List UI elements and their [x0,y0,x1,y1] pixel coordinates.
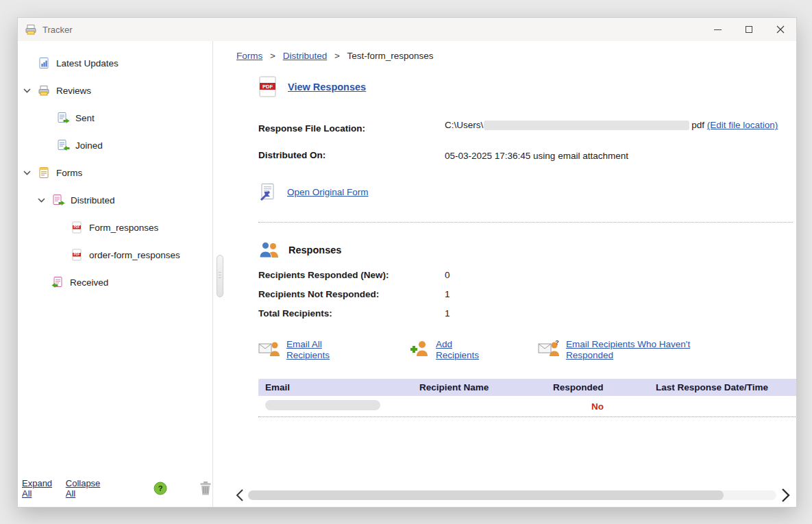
distributed-on-label: Distributed On: [258,146,445,162]
trash-icon[interactable] [199,481,212,496]
email-all-recipients-link[interactable]: Email All Recipients [286,339,334,361]
view-responses-row: PDF View Responses [258,76,796,97]
column-header-responded: Responded [546,382,649,392]
tree-items: Latest Updates Reviews [18,49,212,296]
open-original-form-link[interactable]: Open Original Form [287,187,369,197]
sidebar-item-latest-updates[interactable]: Latest Updates [18,49,212,77]
column-header-email: Email [258,382,413,392]
svg-text:?: ? [555,339,559,346]
sidebar-item-label: Form_responses [89,223,158,233]
collapse-all-link[interactable]: Collapse All [66,478,103,499]
window-title: Tracker [42,25,73,35]
expand-all-link[interactable]: Expand All [22,478,56,499]
sidebar-item-form-responses[interactable]: PDF Form_responses [18,214,212,241]
sidebar-item-reviews[interactable]: Reviews [18,77,212,104]
column-header-recipient-name: Recipient Name [413,382,546,392]
response-stats: Recipients Responded (New): 0 Recipients… [258,270,796,319]
email-not-responded-action: ? Email Recipients Who Haven't Responded [538,339,715,361]
open-original-form-icon [258,182,278,201]
minimize-button[interactable] [702,18,733,41]
svg-text:PDF: PDF [73,225,79,229]
sidebar-item-label: Distributed [71,195,115,205]
chevron-down-icon[interactable] [37,198,46,203]
breadcrumb-distributed-link[interactable]: Distributed [283,51,328,61]
add-recipients-action: Add Recipients [409,339,538,361]
add-recipients-icon [409,339,430,357]
pdf-icon: PDF [70,221,84,234]
cell-email [258,400,413,412]
sidebar-tree: Latest Updates Reviews [18,41,213,507]
chevron-down-icon[interactable] [23,88,32,93]
breadcrumb: Forms > Distributed > Test-form_response… [236,51,796,61]
horizontal-scrollbar-track[interactable] [248,490,776,500]
email-all-recipients-action: Email All Recipients [258,339,409,361]
svg-text:?: ? [158,484,163,492]
file-path-prefix: C:\Users\ [445,120,483,130]
horizontal-scrollbar [235,488,791,503]
sidebar-item-sent[interactable]: Sent [18,104,212,132]
recipient-actions: Email All Recipients Add Recipients [258,339,796,361]
svg-text:PDF: PDF [73,253,79,256]
sidebar-item-order-form-responses[interactable]: PDF order-form_responses [18,241,212,269]
scroll-right-icon[interactable] [780,488,791,503]
close-button[interactable] [765,18,796,41]
vertical-scrollbar-thumb[interactable] [217,255,223,297]
cell-responded: No [546,401,649,412]
maximize-button[interactable] [733,18,765,41]
redacted-email [265,400,380,410]
forms-icon [37,166,51,179]
sidebar-item-label: Latest Updates [56,58,119,68]
breadcrumb-separator: > [334,51,340,61]
recipients-table-header: Email Recipient Name Responded Last Resp… [258,379,796,396]
sidebar-item-label: Joined [75,140,103,151]
window-content: Latest Updates Reviews [18,41,796,507]
received-icon [51,276,64,288]
sidebar-item-distributed[interactable]: Distributed [18,186,212,214]
sidebar-scrollbar [213,41,227,507]
email-all-recipients-icon [258,339,280,357]
stat-value: 0 [445,270,796,280]
sent-icon [56,112,70,124]
add-recipients-link[interactable]: Add Recipients [436,339,489,361]
horizontal-scrollbar-thumb[interactable] [248,490,724,500]
recipients-table: Email Recipient Name Responded Last Resp… [258,379,796,417]
response-file-location-value: C:\Users\pdf (Edit file location) [445,119,796,134]
table-row[interactable]: No [258,396,796,417]
breadcrumb-forms-link[interactable]: Forms [236,51,262,61]
tracker-app-icon [25,23,37,36]
redacted-file-path [484,121,689,130]
sidebar-footer: Expand All Collapse All ? [18,478,212,507]
response-file-location-label: Response File Location: [258,119,445,134]
distributed-icon [51,194,65,206]
email-not-responded-link[interactable]: Email Recipients Who Haven't Responded [566,339,715,361]
sidebar-item-label: Reviews [56,86,91,96]
column-header-last-response: Last Response Date/Time [649,382,796,392]
svg-text:PDF: PDF [262,84,273,90]
sidebar-item-label: Received [70,277,108,288]
responses-heading: Responses [288,245,341,255]
stat-value: 1 [445,308,796,319]
distributed-on-value: 05-03-2025 17:36:45 using email attachme… [445,146,796,162]
view-responses-link[interactable]: View Responses [288,82,366,92]
stat-label: Recipients Responded (New): [258,270,445,280]
edit-file-location-link[interactable]: (Edit file location) [707,120,778,130]
section-divider [258,222,793,223]
reviews-icon [37,84,51,97]
sidebar-item-label: Forms [56,168,82,178]
sidebar-item-label: order-form_responses [89,250,180,260]
responses-people-icon [258,240,280,259]
sidebar-item-forms[interactable]: Forms [18,159,212,186]
stat-label: Recipients Not Responded: [258,289,445,299]
responses-heading-row: Responses [258,240,796,259]
sidebar-item-received[interactable]: Received [18,269,212,296]
pdf-icon: PDF [258,76,277,97]
sidebar-item-label: Sent [75,113,95,123]
help-icon[interactable]: ? [153,482,167,495]
main-panel: Forms > Distributed > Test-form_response… [227,41,796,507]
scroll-left-icon[interactable] [235,488,244,502]
sidebar-item-joined[interactable]: Joined [18,132,212,159]
form-details: Response File Location: C:\Users\pdf (Ed… [258,119,796,162]
joined-icon [56,139,70,151]
chevron-down-icon[interactable] [23,171,32,175]
stat-label: Total Recipients: [258,308,445,319]
